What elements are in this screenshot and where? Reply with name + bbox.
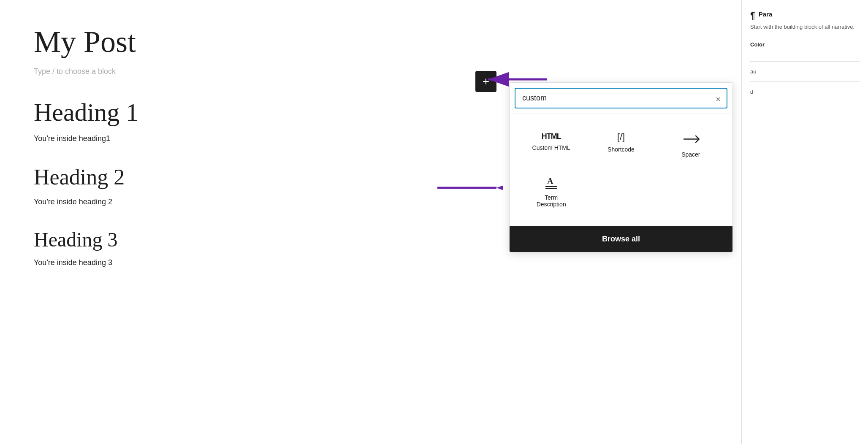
paragraph-icon: ¶ [750, 10, 755, 21]
svg-text:A: A [547, 176, 553, 186]
right-sidebar: ¶ Para Start with the building block of … [741, 0, 868, 444]
picker-item-spacer[interactable]: Spacer [656, 124, 726, 166]
shortcode-label: Shortcode [608, 146, 635, 153]
sidebar-para-title: Para [759, 11, 773, 18]
sidebar-color-label: Color [750, 41, 860, 48]
svg-line-2 [684, 131, 699, 147]
arrow-right-annotation [435, 177, 503, 200]
term-description-icon: A [544, 175, 559, 190]
spacer-icon [681, 130, 700, 149]
sidebar-d-text: d [750, 89, 860, 95]
term-description-label: TermDescription [537, 194, 566, 208]
post-title[interactable]: My Post [34, 25, 708, 59]
heading3-content: You're inside heading 3 [34, 258, 708, 267]
spacer-label: Spacer [681, 151, 700, 158]
browse-all-button[interactable]: Browse all [510, 226, 732, 252]
block-picker: × HTML Custom HTML [/] Shortcode [509, 82, 733, 252]
custom-html-icon: HTML [542, 133, 561, 140]
sidebar-divider-2 [750, 81, 860, 82]
sidebar-description: Start with the building block of all nar… [750, 23, 860, 31]
sidebar-auto-text: au [750, 68, 860, 75]
picker-item-custom-html[interactable]: HTML Custom HTML [516, 124, 586, 166]
custom-html-label: Custom HTML [532, 144, 570, 151]
editor-area: My Post Type / to choose a block Heading… [0, 0, 741, 444]
picker-items-grid: HTML Custom HTML [/] Shortcode Spacer [510, 114, 732, 226]
picker-search-input[interactable] [515, 88, 727, 108]
picker-search-area: × [510, 83, 732, 114]
sidebar-divider-1 [750, 61, 860, 62]
picker-item-shortcode[interactable]: [/] Shortcode [586, 124, 656, 166]
picker-item-term-description[interactable]: A TermDescription [516, 166, 586, 216]
block-placeholder[interactable]: Type / to choose a block [34, 67, 708, 76]
shortcode-icon: [/] [617, 133, 625, 142]
picker-clear-button[interactable]: × [716, 95, 721, 104]
